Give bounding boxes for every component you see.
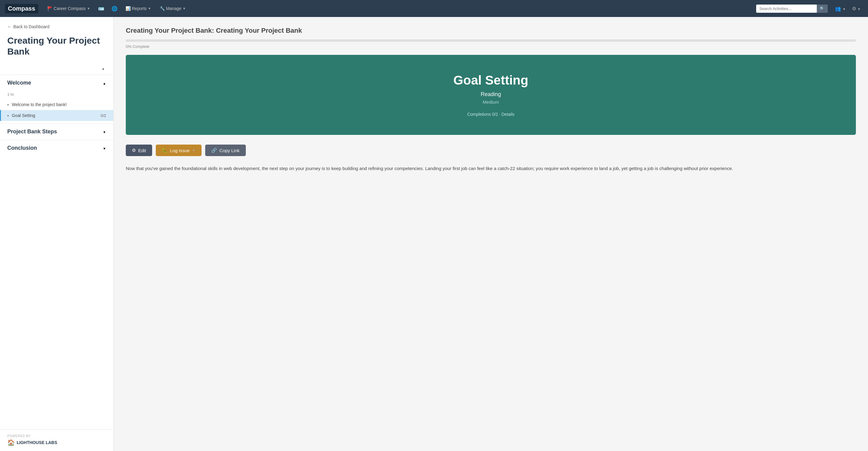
section-project-bank-steps-header[interactable]: Project Bank Steps [0,123,113,140]
chevron-up-icon [101,65,105,71]
item-label: Welcome to the project bank! [12,102,67,107]
list-item[interactable]: ▪ Goal Setting 0/2 [0,110,113,121]
edit-button[interactable]: ⚙ Edit [126,145,152,156]
github-icon: ⚙ [132,148,136,153]
bug-icon: 🐛 [162,148,167,153]
section-project-bank-steps-title: Project Bank Steps [7,128,57,135]
reports-icon: 📊 [125,6,131,11]
section-conclusion-title: Conclusion [7,145,37,151]
section-conclusion-header[interactable]: Conclusion [0,140,113,156]
main-content: Creating Your Project Bank: Creating You… [114,17,868,451]
activity-title: Goal Setting [138,73,844,88]
app-logo: Compass [5,4,38,13]
section-welcome-header[interactable]: Welcome [0,74,113,91]
search-button[interactable]: 🔍 [817,4,828,13]
page-layout: ← Back to Dashboard Creating Your Projec… [0,17,868,451]
collapse-all-button[interactable] [100,64,106,72]
nav-manage[interactable]: 🔧 Manage [157,4,189,13]
section-welcome-content: 1 hr ▪ Welcome to the project bank! ▪ Go… [0,91,113,123]
chevron-down-icon [192,149,195,152]
chevron-down-icon [103,146,106,151]
users-icon[interactable]: 👥 [833,4,848,13]
sidebar: ← Back to Dashboard Creating Your Projec… [0,17,114,451]
activity-hero-card: Goal Setting Reading Medium Completions … [126,55,856,135]
item-icon: ▪ [7,113,9,118]
sidebar-course-title: Creating Your Project Bank [0,33,113,64]
arrow-left-icon: ← [7,24,11,29]
activity-completions: Completions 0/2 · Details [138,112,844,117]
progress-bar-track [126,39,856,42]
page-title: Creating Your Project Bank: Creating You… [126,27,856,35]
back-to-dashboard-link[interactable]: ← Back to Dashboard [0,17,113,33]
chevron-down-icon [858,7,861,11]
flag-icon: 🚩 [47,6,53,11]
section-welcome-duration: 1 hr [0,91,113,99]
lighthouse-labs-logo: 🏠 LIGHTHOUSE LABS [7,439,106,446]
chevron-down-icon [103,129,106,134]
chevron-down-icon [87,7,90,10]
item-count: 0/2 [101,113,106,118]
activity-type: Reading [138,91,844,98]
lighthouse-brand-name: LIGHTHOUSE LABS [17,440,57,445]
wrench-icon: 🔧 [160,6,165,11]
list-item[interactable]: ▪ Welcome to the project bank! [0,99,113,110]
copy-link-button[interactable]: 🔗 Copy Link [205,145,246,156]
top-navigation: Compass 🚩 Career Compass 🪪 🌐 📊 Reports 🔧… [0,0,868,17]
nav-reports[interactable]: 📊 Reports [122,4,154,13]
nav-id-card[interactable]: 🪪 [96,4,107,13]
settings-icon[interactable]: ⚙ [849,4,863,13]
chevron-up-icon [103,80,106,86]
powered-by-label: Powered By [7,434,106,438]
action-buttons: ⚙ Edit 🐛 Log Issue 🔗 Copy Link [126,145,856,156]
search-input[interactable] [756,4,817,13]
activity-difficulty: Medium [138,99,844,104]
item-label: Goal Setting [12,113,35,118]
chevron-down-icon [148,7,151,10]
log-issue-button[interactable]: 🐛 Log Issue [156,145,202,156]
section-welcome-title: Welcome [7,80,31,86]
chevron-down-icon [842,7,846,11]
activity-body-text: Now that you've gained the foundational … [126,164,856,173]
sidebar-footer: Powered By 🏠 LIGHTHOUSE LABS [0,429,113,451]
item-icon: ▪ [7,102,9,107]
nav-globe[interactable]: 🌐 [109,4,120,13]
search-box: 🔍 [756,4,828,13]
lighthouse-icon: 🏠 [7,439,15,446]
progress-label: 0% Complete [126,44,856,49]
chevron-down-icon [182,7,186,10]
nav-right-controls: 👥 ⚙ [833,4,863,13]
nav-career-compass[interactable]: 🚩 Career Compass [44,4,93,13]
link-icon: 🔗 [211,148,217,153]
